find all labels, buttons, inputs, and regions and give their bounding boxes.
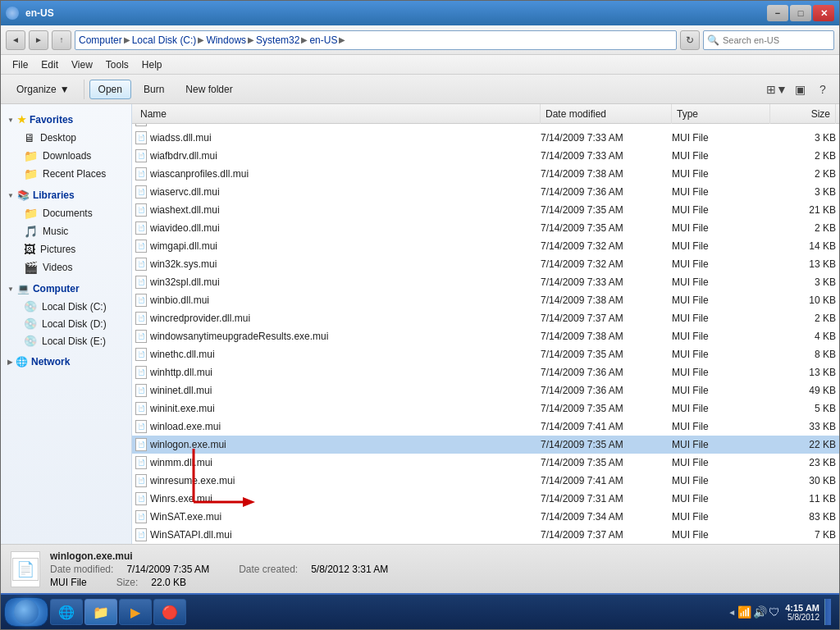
sidebar-item-documents[interactable]: 📁 Documents [1,204,131,222]
table-row[interactable]: 📄 wiafbdrv.dll.mui 7/14/2009 7:33 AM MUI… [132,147,839,165]
file-icon: 📄 [135,203,147,217]
sidebar-section-computer: ▼ 💻 Computer 💿 Local Disk (C:) 💿 Local D… [1,280,131,349]
menu-file[interactable]: File [6,57,34,72]
cell-size: 2 KB [770,222,836,234]
taskbar-chrome-button[interactable]: 🔴 [153,599,186,625]
search-input[interactable] [723,35,836,45]
breadcrumb-local-disk-c[interactable]: Local Disk (C:) [132,34,197,46]
breadcrumb: Computer ▶ Local Disk (C:) ▶ Windows ▶ S… [79,34,673,46]
table-row[interactable]: 📄 wiaservc.dll.mui 7/14/2009 7:36 AM MUI… [132,183,839,201]
table-row[interactable]: 📄 win32k.sys.mui 7/14/2009 7:32 AM MUI F… [132,255,839,273]
burn-button[interactable]: Burn [135,80,173,99]
table-row[interactable]: 📄 wininet.dll.mui 7/14/2009 7:36 AM MUI … [132,381,839,399]
close-button[interactable]: ✕ [813,5,834,21]
table-row[interactable]: 📄 winmm.dll.mui 7/14/2009 7:35 AM MUI Fi… [132,454,839,472]
breadcrumb-en-us[interactable]: en-US [309,34,337,46]
view-options-button[interactable]: ⊞▼ [767,80,787,99]
start-button[interactable] [4,597,48,627]
sidebar-favorites-header[interactable]: ▼ ★ Favorites [1,111,131,129]
up-button[interactable]: ↑ [52,30,71,50]
organize-button[interactable]: Organize ▼ [7,80,79,99]
cell-date: 7/14/2009 7:32 AM [541,258,672,270]
new-folder-button[interactable]: New folder [176,80,241,99]
table-row[interactable]: 📄 wiascanprofiles.dll.mui 7/14/2009 7:38… [132,165,839,183]
col-header-name[interactable]: Name [135,104,541,124]
ie-icon: 🌐 [58,604,75,620]
sidebar-item-pictures[interactable]: 🖼 Pictures [1,240,131,258]
forward-button[interactable]: ► [29,30,48,50]
breadcrumb-computer[interactable]: Computer [79,34,122,46]
table-row[interactable]: 📄 wiavideo.dll.mui 7/14/2009 7:35 AM MUI… [132,219,839,237]
menu-help[interactable]: Help [135,57,169,72]
table-row[interactable]: 📄 WinSAT.exe.mui 7/14/2009 7:34 AM MUI F… [132,508,839,526]
minimize-button[interactable]: − [767,5,788,21]
open-button[interactable]: Open [89,80,131,99]
sidebar-item-local-disk-d[interactable]: 💿 Local Disk (D:) [1,315,131,332]
table-row[interactable]: 📄 winbio.dll.mui 7/14/2009 7:38 AM MUI F… [132,291,839,309]
taskbar-media-button[interactable]: ▶ [119,599,152,625]
downloads-folder-icon: 📁 [24,149,38,162]
table-row[interactable]: 📄 wiashext.dll.mui 7/14/2009 7:35 AM MUI… [132,201,839,219]
cell-date: 7/14/2009 7:38 AM [541,331,672,342]
cell-size: 11 KB [770,493,836,504]
network-tray-icon[interactable]: 📶 [737,605,751,619]
col-header-size[interactable]: Size [770,104,836,124]
cell-size: 7 KB [770,529,836,541]
table-row[interactable]: 📄 wincredprovider.dll.mui 7/14/2009 7:37… [132,309,839,327]
table-row[interactable]: 📄 Winrs.exe.mui 7/14/2009 7:31 AM MUI Fi… [132,490,839,508]
show-desktop-button[interactable] [824,599,831,625]
security-icon[interactable]: 🛡 [769,605,780,619]
table-row[interactable]: 📄 wiadss.dll.mui 7/14/2009 7:33 AM MUI F… [132,129,839,147]
notification-area: ◄ 📶 🔊 🛡 [728,605,780,619]
table-row[interactable]: 📄 winlogon.exe.mui 7/14/2009 7:35 AM MUI… [132,436,839,454]
table-row[interactable]: 📄 winethc.dll.mui 7/14/2009 7:35 AM MUI … [132,345,839,363]
breadcrumb-system32[interactable]: System32 [256,34,299,46]
table-row[interactable]: 📄 winload.exe.mui 7/14/2009 7:41 AM MUI … [132,418,839,436]
sidebar-libraries-header[interactable]: ▼ 📚 Libraries [1,186,131,204]
cell-type: MUI File [672,258,770,270]
table-row[interactable]: 📄 WinSATAPI.dll.mui 7/14/2009 7:37 AM MU… [132,526,839,544]
col-header-date[interactable]: Date modified [541,104,672,124]
sidebar-computer-header[interactable]: ▼ 💻 Computer [1,280,131,298]
maximize-button[interactable]: □ [790,5,811,21]
libraries-triangle: ▼ [7,192,14,199]
cell-filename: 📄 winethc.dll.mui [135,348,541,361]
volume-icon[interactable]: 🔊 [753,605,767,619]
menu-tools[interactable]: Tools [99,57,135,72]
sidebar-item-recent-places[interactable]: 📁 Recent Places [1,165,131,183]
taskbar-explorer-button[interactable]: 📁 [84,599,117,625]
cell-date: 7/14/2009 7:38 AM [541,124,672,126]
table-row[interactable]: 📄 windowsanytimeupgradeResults.exe.mui 7… [132,327,839,345]
breadcrumb-windows[interactable]: Windows [206,34,246,46]
cell-size: 10 KB [770,294,836,306]
refresh-button[interactable]: ↻ [680,30,700,50]
cell-size: 23 KB [770,124,836,126]
back-button[interactable]: ◄ [6,30,25,50]
sidebar-section-favorites: ▼ ★ Favorites 🖥 Desktop 📁 Downloads 📁 Re… [1,111,131,183]
sidebar-network-header[interactable]: ▶ 🌐 Network [1,353,131,371]
sidebar-item-local-disk-e[interactable]: 💿 Local Disk (E:) [1,332,131,349]
sidebar-item-desktop[interactable]: 🖥 Desktop [1,129,131,147]
system-clock[interactable]: 4:15 AM 5/8/2012 [785,603,819,622]
menu-edit[interactable]: Edit [34,57,65,72]
table-row[interactable]: 📄 wimgapi.dll.mui 7/14/2009 7:32 AM MUI … [132,237,839,255]
table-row[interactable]: 📄 wininit.exe.mui 7/14/2009 7:35 AM MUI … [132,399,839,418]
computer-icon: 💻 [17,283,30,294]
menu-view[interactable]: View [65,57,99,72]
sidebar-item-music[interactable]: 🎵 Music [1,222,131,240]
table-row[interactable]: 📄 win32spl.dll.mui 7/14/2009 7:33 AM MUI… [132,273,839,291]
notif-chevron[interactable]: ◄ [728,608,736,617]
cell-date: 7/14/2009 7:35 AM [541,439,672,450]
sidebar-item-downloads[interactable]: 📁 Downloads [1,147,131,165]
table-row[interactable]: 📄 winresume.exe.mui 7/14/2009 7:41 AM MU… [132,472,839,490]
burn-label: Burn [144,84,164,95]
preview-pane-button[interactable]: ▣ [790,80,810,99]
status-date-modified-label: Date modified: [50,564,113,575]
col-header-type[interactable]: Type [672,104,770,124]
table-row[interactable]: 📄 winhttp.dll.mui 7/14/2009 7:36 AM MUI … [132,363,839,381]
taskbar-ie-button[interactable]: 🌐 [50,599,83,625]
cell-filename: 📄 wiafbdrv.dll.mui [135,149,541,162]
sidebar-item-local-disk-c[interactable]: 💿 Local Disk (C:) [1,298,131,315]
sidebar-item-videos[interactable]: 🎬 Videos [1,258,131,276]
help-button[interactable]: ? [813,80,833,99]
